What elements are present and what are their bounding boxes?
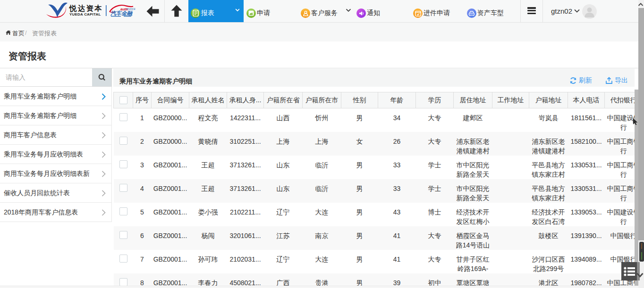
svg-text:YUEDA CAPITAL: YUEDA CAPITAL xyxy=(69,12,101,16)
svg-text:汽车金融: 汽车金融 xyxy=(110,10,133,16)
svg-text:悦达资本: 悦达资本 xyxy=(69,4,103,12)
